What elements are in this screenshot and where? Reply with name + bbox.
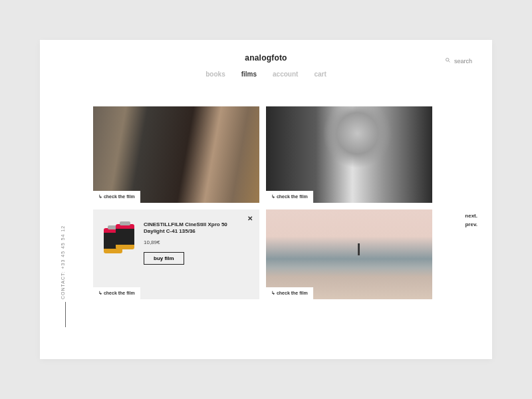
product-price: 10,89€ <box>144 239 249 245</box>
nav: books films account cart <box>40 70 492 78</box>
search-button[interactable]: search <box>445 57 472 65</box>
buy-button[interactable]: buy film <box>144 252 184 265</box>
search-label: search <box>454 58 472 65</box>
svg-point-0 <box>446 59 449 62</box>
product-name: CINESTILLFILM CineStill Xpro 50 Daylight… <box>144 221 249 235</box>
product-info: CINESTILLFILM CineStill Xpro 50 Daylight… <box>144 221 249 265</box>
contact-text: CONTACT: +33 45 45 54 12 <box>61 225 65 299</box>
nav-films[interactable]: films <box>241 70 257 78</box>
product-panel: CINESTILLFILM CineStill Xpro 50 Daylight… <box>93 209 259 271</box>
film-card-3-expanded: ✕ CINESTILLFILM CineStill Xpro 50 Daylig… <box>93 209 259 299</box>
product-image <box>104 221 136 259</box>
nav-account[interactable]: account <box>273 70 298 78</box>
film-card-1[interactable]: check the film <box>93 106 259 203</box>
nav-books[interactable]: books <box>205 70 225 78</box>
pager-prev[interactable]: prev. <box>465 221 477 227</box>
check-film-link[interactable]: check the film <box>266 191 313 203</box>
film-card-4[interactable]: check the film <box>266 209 432 299</box>
brand-logo[interactable]: analogfoto <box>40 53 492 63</box>
product-grid: check the film check the film ✕ CINESTIL… <box>93 106 432 299</box>
check-film-link[interactable]: check the film <box>93 287 140 299</box>
check-film-link[interactable]: check the film <box>93 191 140 203</box>
header: analogfoto books films account cart <box>40 40 492 78</box>
svg-line-1 <box>449 61 450 63</box>
check-film-link[interactable]: check the film <box>266 287 313 299</box>
pager-next[interactable]: next. <box>465 213 477 219</box>
search-icon <box>445 57 451 65</box>
close-icon[interactable]: ✕ <box>247 215 253 222</box>
nav-cart[interactable]: cart <box>314 70 326 78</box>
pager: next. prev. <box>465 213 477 230</box>
film-card-2[interactable]: check the film <box>266 106 432 203</box>
contact-divider <box>65 302 66 327</box>
page: analogfoto books films account cart sear… <box>40 40 492 359</box>
